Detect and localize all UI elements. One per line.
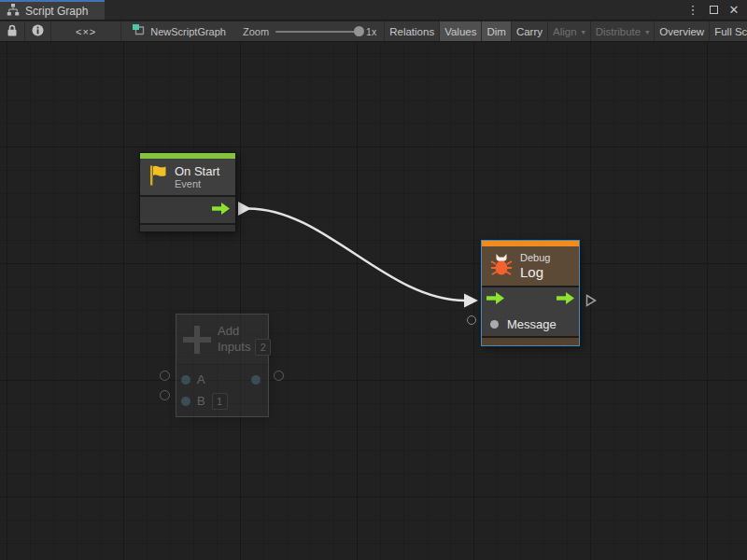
overview-button[interactable]: Overview bbox=[655, 21, 710, 41]
graph-name: NewScriptGraph bbox=[150, 26, 226, 37]
node-title-line2: Inputs bbox=[218, 340, 250, 355]
message-input-port-icon[interactable] bbox=[490, 320, 499, 329]
info-button[interactable] bbox=[25, 21, 51, 41]
connection-wire[interactable] bbox=[0, 42, 747, 560]
title-bar: Script Graph ⋮ ✕ bbox=[0, 0, 747, 21]
fullscreen-button[interactable]: Full Screen bbox=[710, 21, 747, 41]
output-port-icon[interactable] bbox=[251, 375, 261, 385]
zoom-slider[interactable] bbox=[275, 31, 359, 33]
trigger-output-port-icon[interactable] bbox=[557, 291, 574, 308]
window-menu-icon[interactable]: ⋮ bbox=[685, 2, 700, 19]
node-debug-log[interactable]: Debug Log bbox=[481, 240, 580, 346]
port-b-value-field[interactable]: 1 bbox=[212, 393, 228, 410]
tab-title: Script Graph bbox=[25, 5, 88, 18]
node-title: On Start bbox=[175, 164, 219, 178]
add-header: Add Inputs 2 bbox=[176, 315, 268, 364]
unconnected-trigger-output-icon[interactable] bbox=[585, 294, 597, 311]
lock-button[interactable] bbox=[0, 21, 25, 41]
port-row-a: A bbox=[176, 369, 268, 390]
padlock-icon bbox=[7, 24, 18, 38]
node-on-start[interactable]: On Start Event bbox=[139, 152, 236, 232]
distribute-button[interactable]: Distribute ▾ bbox=[591, 21, 655, 41]
zoom-slider-handle[interactable] bbox=[354, 26, 364, 36]
debug-message-row: Message bbox=[482, 312, 579, 336]
debug-log-header: Debug Log bbox=[482, 246, 579, 286]
code-brackets-icon: <×> bbox=[76, 26, 96, 37]
node-category: Debug bbox=[520, 252, 550, 264]
on-start-ports bbox=[140, 195, 235, 223]
dim-button[interactable]: Dim bbox=[482, 21, 511, 41]
flag-icon bbox=[148, 163, 167, 191]
input-port-a-icon[interactable] bbox=[181, 375, 190, 385]
window-controls: ⋮ ✕ bbox=[685, 0, 747, 20]
script-graph-window: Script Graph ⋮ ✕ bbox=[0, 0, 747, 560]
script-graph-icon bbox=[133, 23, 146, 40]
add-ports: A B 1 bbox=[176, 364, 268, 416]
graph-canvas[interactable]: On Start Event bbox=[0, 42, 747, 560]
node-subtitle: Event bbox=[175, 178, 219, 190]
relations-button[interactable]: Relations bbox=[385, 21, 440, 41]
zoom-control: Zoom 1x bbox=[235, 21, 385, 41]
unconnected-output-icon[interactable] bbox=[274, 371, 284, 381]
carry-button[interactable]: Carry bbox=[512, 21, 548, 41]
plus-icon bbox=[183, 326, 211, 354]
node-title-line1: Add bbox=[218, 324, 271, 339]
chevron-down-icon: ▾ bbox=[645, 28, 649, 36]
zoom-label: Zoom bbox=[243, 26, 269, 37]
maximize-icon[interactable] bbox=[706, 2, 721, 19]
on-start-footer bbox=[140, 223, 235, 231]
unconnected-input-b-icon[interactable] bbox=[160, 390, 170, 400]
trigger-input-port-icon[interactable] bbox=[486, 291, 504, 308]
on-start-header: On Start Event bbox=[140, 159, 235, 195]
info-circle-icon bbox=[32, 24, 44, 38]
node-title: Log bbox=[520, 264, 550, 281]
tab-script-graph[interactable]: Script Graph bbox=[0, 0, 105, 20]
input-count-field[interactable]: 2 bbox=[255, 339, 271, 356]
wire-end-arrow-icon bbox=[464, 294, 478, 308]
debug-log-footer bbox=[482, 336, 579, 345]
code-preview-toggle[interactable]: <×> bbox=[51, 21, 121, 41]
unconnected-input-a-icon[interactable] bbox=[160, 371, 170, 381]
close-icon[interactable]: ✕ bbox=[726, 2, 741, 19]
align-label: Align bbox=[553, 26, 577, 37]
values-button[interactable]: Values bbox=[440, 21, 482, 41]
graph-hierarchy-icon bbox=[7, 3, 20, 20]
graph-toolbar: <×> NewScriptGraph Zoom 1x Relations Val… bbox=[0, 21, 747, 42]
port-a-label: A bbox=[197, 372, 205, 387]
align-button[interactable]: Align ▾ bbox=[548, 21, 591, 41]
node-add-dimmed[interactable]: Add Inputs 2 A B 1 bbox=[176, 314, 269, 417]
zoom-value: 1x bbox=[366, 26, 376, 37]
distribute-label: Distribute bbox=[596, 26, 641, 37]
message-label: Message bbox=[507, 317, 557, 331]
debug-trigger-ports bbox=[482, 286, 579, 312]
graph-breadcrumb[interactable]: NewScriptGraph bbox=[123, 21, 235, 41]
chevron-down-icon: ▾ bbox=[582, 28, 585, 36]
trigger-output-port-icon[interactable] bbox=[212, 202, 230, 218]
input-port-b-icon[interactable] bbox=[181, 397, 190, 406]
wire-start-arrow-icon bbox=[238, 202, 251, 216]
unconnected-message-input-icon[interactable] bbox=[467, 315, 476, 325]
bug-icon bbox=[489, 252, 514, 280]
port-b-label: B bbox=[197, 394, 205, 409]
port-row-b: B 1 bbox=[176, 390, 268, 412]
